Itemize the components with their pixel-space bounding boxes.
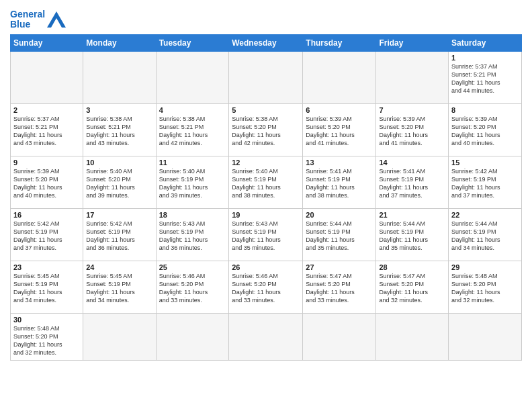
calendar-cell: 8Sunrise: 5:39 AM Sunset: 5:20 PM Daylig… [449, 103, 522, 156]
day-number: 20 [306, 211, 373, 219]
logo-general: General [10, 9, 45, 19]
day-info: Sunrise: 5:42 AM Sunset: 5:19 PM Dayligh… [13, 220, 80, 253]
day-number: 12 [232, 158, 300, 167]
logo-blue: Blue [10, 19, 30, 30]
calendar-cell: 17Sunrise: 5:42 AM Sunset: 5:19 PM Dayli… [83, 208, 156, 261]
calendar-cell: 30Sunrise: 5:48 AM Sunset: 5:20 PM Dayli… [11, 313, 83, 360]
weekday-wednesday: Wednesday [229, 34, 303, 51]
logo-text: General Blue [10, 9, 45, 30]
day-info: Sunrise: 5:40 AM Sunset: 5:19 PM Dayligh… [159, 167, 226, 200]
calendar-cell [376, 51, 449, 103]
day-info: Sunrise: 5:47 AM Sunset: 5:20 PM Dayligh… [379, 272, 445, 305]
day-number: 13 [306, 158, 373, 167]
calendar-cell: 10Sunrise: 5:40 AM Sunset: 5:20 PM Dayli… [83, 156, 156, 208]
week-row-4: 23Sunrise: 5:45 AM Sunset: 5:19 PM Dayli… [11, 261, 522, 313]
calendar-cell [229, 51, 303, 103]
weekday-header-row: SundayMondayTuesdayWednesdayThursdayFrid… [11, 34, 522, 51]
day-info: Sunrise: 5:39 AM Sunset: 5:20 PM Dayligh… [379, 115, 445, 148]
day-info: Sunrise: 5:42 AM Sunset: 5:19 PM Dayligh… [86, 220, 152, 253]
day-info: Sunrise: 5:47 AM Sunset: 5:20 PM Dayligh… [306, 272, 373, 305]
day-info: Sunrise: 5:41 AM Sunset: 5:19 PM Dayligh… [379, 167, 445, 200]
weekday-sunday: Sunday [11, 34, 83, 51]
day-number: 11 [159, 158, 226, 167]
calendar-cell: 1Sunrise: 5:37 AM Sunset: 5:21 PM Daylig… [449, 51, 522, 103]
day-number: 23 [13, 263, 80, 271]
day-number: 28 [379, 263, 445, 271]
day-number: 6 [306, 106, 373, 114]
calendar-cell: 11Sunrise: 5:40 AM Sunset: 5:19 PM Dayli… [156, 156, 229, 208]
day-number: 1 [451, 54, 519, 62]
calendar-cell: 27Sunrise: 5:47 AM Sunset: 5:20 PM Dayli… [303, 261, 376, 313]
calendar-cell: 29Sunrise: 5:48 AM Sunset: 5:20 PM Dayli… [449, 261, 522, 313]
day-number: 21 [379, 211, 445, 219]
calendar-cell: 12Sunrise: 5:40 AM Sunset: 5:19 PM Dayli… [229, 156, 303, 208]
logo-icon [47, 11, 66, 28]
week-row-0: 1Sunrise: 5:37 AM Sunset: 5:21 PM Daylig… [11, 51, 522, 103]
day-number: 22 [451, 211, 519, 219]
day-info: Sunrise: 5:43 AM Sunset: 5:19 PM Dayligh… [232, 220, 300, 253]
day-info: Sunrise: 5:45 AM Sunset: 5:19 PM Dayligh… [86, 272, 152, 305]
day-number: 4 [159, 106, 226, 114]
header: General Blue [10, 7, 522, 30]
day-info: Sunrise: 5:43 AM Sunset: 5:19 PM Dayligh… [159, 220, 226, 253]
day-number: 7 [379, 106, 445, 114]
calendar-cell: 5Sunrise: 5:38 AM Sunset: 5:20 PM Daylig… [229, 103, 303, 156]
calendar-cell [156, 313, 229, 360]
day-info: Sunrise: 5:37 AM Sunset: 5:21 PM Dayligh… [13, 115, 80, 148]
week-row-5: 30Sunrise: 5:48 AM Sunset: 5:20 PM Dayli… [11, 313, 522, 360]
calendar-cell [229, 313, 303, 360]
calendar-cell: 14Sunrise: 5:41 AM Sunset: 5:19 PM Dayli… [376, 156, 449, 208]
day-number: 24 [86, 263, 152, 271]
logo: General Blue [10, 9, 66, 30]
day-info: Sunrise: 5:42 AM Sunset: 5:19 PM Dayligh… [451, 167, 519, 200]
day-number: 16 [13, 211, 80, 219]
calendar-cell: 25Sunrise: 5:46 AM Sunset: 5:20 PM Dayli… [156, 261, 229, 313]
day-number: 15 [451, 158, 519, 167]
day-info: Sunrise: 5:39 AM Sunset: 5:20 PM Dayligh… [13, 167, 80, 200]
day-number: 9 [13, 158, 80, 167]
day-info: Sunrise: 5:44 AM Sunset: 5:19 PM Dayligh… [451, 220, 519, 253]
calendar-cell: 20Sunrise: 5:44 AM Sunset: 5:19 PM Dayli… [303, 208, 376, 261]
day-info: Sunrise: 5:45 AM Sunset: 5:19 PM Dayligh… [13, 272, 80, 305]
calendar-cell: 24Sunrise: 5:45 AM Sunset: 5:19 PM Dayli… [83, 261, 156, 313]
day-info: Sunrise: 5:40 AM Sunset: 5:20 PM Dayligh… [86, 167, 152, 200]
weekday-thursday: Thursday [303, 34, 376, 51]
week-row-1: 2Sunrise: 5:37 AM Sunset: 5:21 PM Daylig… [11, 103, 522, 156]
calendar-cell: 23Sunrise: 5:45 AM Sunset: 5:19 PM Dayli… [11, 261, 83, 313]
day-number: 30 [13, 316, 80, 324]
calendar-cell [449, 313, 522, 360]
calendar-cell: 28Sunrise: 5:47 AM Sunset: 5:20 PM Dayli… [376, 261, 449, 313]
calendar-cell: 15Sunrise: 5:42 AM Sunset: 5:19 PM Dayli… [449, 156, 522, 208]
week-row-3: 16Sunrise: 5:42 AM Sunset: 5:19 PM Dayli… [11, 208, 522, 261]
calendar-cell [83, 51, 156, 103]
day-number: 14 [379, 158, 445, 167]
day-info: Sunrise: 5:44 AM Sunset: 5:19 PM Dayligh… [379, 220, 445, 253]
day-number: 19 [232, 211, 300, 219]
day-info: Sunrise: 5:37 AM Sunset: 5:21 PM Dayligh… [451, 62, 519, 95]
day-info: Sunrise: 5:38 AM Sunset: 5:21 PM Dayligh… [86, 115, 152, 148]
calendar-cell: 2Sunrise: 5:37 AM Sunset: 5:21 PM Daylig… [11, 103, 83, 156]
calendar-cell: 18Sunrise: 5:43 AM Sunset: 5:19 PM Dayli… [156, 208, 229, 261]
day-info: Sunrise: 5:41 AM Sunset: 5:19 PM Dayligh… [306, 167, 373, 200]
day-number: 29 [451, 263, 519, 271]
day-info: Sunrise: 5:46 AM Sunset: 5:20 PM Dayligh… [232, 272, 300, 305]
calendar-cell: 13Sunrise: 5:41 AM Sunset: 5:19 PM Dayli… [303, 156, 376, 208]
day-number: 2 [13, 106, 80, 114]
day-number: 8 [451, 106, 519, 114]
day-info: Sunrise: 5:44 AM Sunset: 5:19 PM Dayligh… [306, 220, 373, 253]
calendar-cell: 22Sunrise: 5:44 AM Sunset: 5:19 PM Dayli… [449, 208, 522, 261]
calendar-cell: 16Sunrise: 5:42 AM Sunset: 5:19 PM Dayli… [11, 208, 83, 261]
day-info: Sunrise: 5:39 AM Sunset: 5:20 PM Dayligh… [306, 115, 373, 148]
calendar-cell: 7Sunrise: 5:39 AM Sunset: 5:20 PM Daylig… [376, 103, 449, 156]
day-number: 3 [86, 106, 152, 114]
calendar-cell: 3Sunrise: 5:38 AM Sunset: 5:21 PM Daylig… [83, 103, 156, 156]
calendar-cell: 4Sunrise: 5:38 AM Sunset: 5:21 PM Daylig… [156, 103, 229, 156]
week-row-2: 9Sunrise: 5:39 AM Sunset: 5:20 PM Daylig… [11, 156, 522, 208]
calendar-cell: 21Sunrise: 5:44 AM Sunset: 5:19 PM Dayli… [376, 208, 449, 261]
weekday-saturday: Saturday [449, 34, 522, 51]
day-number: 25 [159, 263, 226, 271]
day-number: 18 [159, 211, 226, 219]
day-info: Sunrise: 5:39 AM Sunset: 5:20 PM Dayligh… [451, 115, 519, 148]
calendar-cell [303, 313, 376, 360]
weekday-tuesday: Tuesday [156, 34, 229, 51]
